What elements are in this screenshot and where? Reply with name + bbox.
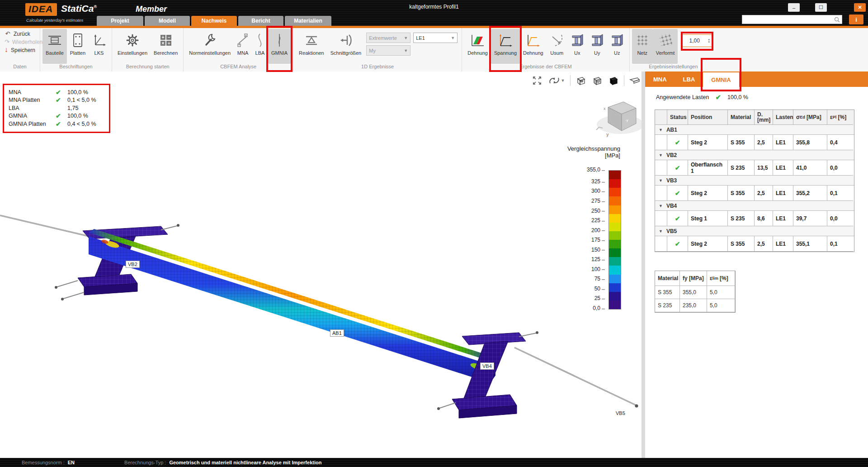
component-dropdown[interactable]: My▼ <box>366 45 410 56</box>
tab-bericht[interactable]: Bericht <box>238 16 283 26</box>
summary-label: LBA <box>9 105 56 111</box>
lba-button[interactable]: LBA <box>252 29 268 64</box>
applied-loads-value: 100,0 % <box>727 94 748 100</box>
summary-label: GMNIA <box>9 113 56 119</box>
statusbar: Bemessungsnorm : EN Berechnungs-Typ : Ge… <box>0 458 868 467</box>
cell-lasten: LE1 <box>773 211 793 226</box>
wrench-icon <box>202 31 217 49</box>
uz-button[interactable]: Uz <box>607 29 627 64</box>
group-expander-icon[interactable]: ▼ <box>659 229 663 234</box>
internal-forces-icon <box>338 31 354 49</box>
deform-scale-spinner[interactable]: 1,00 ▲▼ <box>682 34 712 47</box>
spannung-button[interactable]: Spannung <box>491 29 520 64</box>
cell-position: Oberflansch 1 <box>688 160 728 176</box>
uy-button[interactable]: Uy <box>587 29 607 64</box>
member-label-ab1: AB1 <box>330 329 344 337</box>
bauteile-button[interactable]: Bauteile <box>42 29 67 64</box>
cell-lasten: LE1 <box>773 186 793 201</box>
schnittgroessen-button[interactable]: Schnittgrößen <box>327 29 364 64</box>
info-button[interactable]: i <box>849 14 863 24</box>
minimize-button[interactable]: – <box>788 3 800 12</box>
netz-button[interactable]: Netz <box>632 29 653 64</box>
chevron-down-icon: ▼ <box>451 36 455 40</box>
component-value: My <box>369 48 376 53</box>
cell-thickness: 13,5 <box>755 160 773 176</box>
summary-row: MNA✔100,0 % <box>9 88 104 96</box>
tab-projekt[interactable]: Projekt <box>97 16 143 26</box>
verformt-button[interactable]: Verformt <box>653 29 678 64</box>
extremwerte-dropdown[interactable]: Extremwerte▼ <box>366 33 410 43</box>
svg-text:+: + <box>161 35 164 40</box>
status-check-icon: ✔ <box>667 186 688 201</box>
legend-colorbar <box>609 170 621 310</box>
table-row[interactable]: ✔ Steg 2 S 355 2,5 LE1 355,8 0,4 <box>655 135 854 150</box>
panel-tab-lba[interactable]: LBA <box>675 71 703 87</box>
close-button[interactable]: ✕ <box>854 3 866 12</box>
search-box[interactable] <box>742 15 842 24</box>
group-expander-icon[interactable]: ▼ <box>659 153 663 157</box>
group-name: AB1 <box>666 127 677 133</box>
table-row[interactable]: ✔ Steg 1 S 235 8,6 LE1 39,7 0,0 <box>655 211 854 226</box>
cell-material: S 235 <box>728 211 755 226</box>
gmnia-label: GMNIA <box>271 50 288 56</box>
cell-sigma: 355,1 <box>793 236 827 252</box>
header-status: Status <box>667 110 688 125</box>
dehnung-button[interactable]: Dehnung <box>520 29 547 64</box>
legend-title-line1: Vergleichsspannung <box>533 145 620 152</box>
check-icon: ✔ <box>56 112 67 119</box>
group-label-cbfem-results: Ergebnisse der CBFEM <box>462 64 629 71</box>
normeinstellungen-button[interactable]: Normeinstellungen <box>186 29 234 64</box>
platten-button[interactable]: Platten <box>67 29 89 64</box>
spinner-arrows-icon[interactable]: ▲▼ <box>706 38 712 43</box>
table-row[interactable]: ✔ Steg 2 S 355 2,5 LE1 355,2 0,1 <box>655 186 854 201</box>
group-expander-icon[interactable]: ▼ <box>659 204 663 208</box>
loadcase-dropdown[interactable]: LE1▼ <box>413 33 458 43</box>
maximize-button[interactable]: ☐ <box>815 3 827 12</box>
undo-button[interactable]: ↶ Zurück <box>5 30 35 37</box>
dehnung-plastisch-button[interactable]: Dehnung <box>464 29 491 64</box>
tab-nachweis[interactable]: Nachweis <box>191 16 237 26</box>
tab-materialien[interactable]: Materialien <box>285 16 331 26</box>
save-button[interactable]: ⭣ Speichern <box>5 47 35 54</box>
schnittgroessen-label: Schnittgrößen <box>330 50 361 56</box>
lks-button[interactable]: LKS <box>89 29 109 64</box>
tab-modell[interactable]: Modell <box>145 16 190 26</box>
eps-lim-unit: [%] <box>720 275 728 281</box>
einstellungen-button[interactable]: Einstellungen <box>114 29 151 64</box>
panel-divider[interactable] <box>642 71 645 458</box>
usum-button[interactable]: Usum <box>547 29 567 64</box>
3d-viewport[interactable]: ▼ <box>0 71 642 458</box>
lba-label: LBA <box>255 50 265 56</box>
table-row[interactable]: ✔ Oberflansch 1 S 235 13,5 LE1 41,0 0,0 <box>655 160 854 176</box>
panel-tab-gmnia-label: GMNIA <box>711 76 731 83</box>
table-group-row: ▼AB1 <box>655 125 854 135</box>
check-icon: ✔ <box>56 120 67 128</box>
redo-button[interactable]: ↷ Wiederholen <box>5 38 35 45</box>
material-row: S 355 355,0 5,0 <box>655 286 735 299</box>
cell-material: S 355 <box>728 236 755 252</box>
group-name: VB3 <box>666 177 677 184</box>
cell-position: Steg 2 <box>688 236 728 252</box>
bauteile-label: Bauteile <box>46 50 64 56</box>
analysis-type-value: Geometrisch und materiell nichtlineare A… <box>169 460 321 465</box>
group-expander-icon[interactable]: ▼ <box>659 128 663 132</box>
search-input[interactable] <box>742 16 832 23</box>
mna-button[interactable]: MNA <box>234 29 252 64</box>
panel-tab-gmnia[interactable]: GMNIA <box>703 72 739 87</box>
gmnia-button[interactable]: GMNIA <box>268 29 291 64</box>
table-row[interactable]: ✔ Steg 2 S 355 2,5 LE1 355,1 0,1 <box>655 236 854 252</box>
ux-label: Ux <box>574 50 580 56</box>
reaktionen-button[interactable]: Reaktionen <box>296 29 327 64</box>
cell-fy: 235,0 <box>680 299 707 312</box>
berechnen-button[interactable]: +−×÷ Berechnen <box>151 29 181 64</box>
ux-button[interactable]: Ux <box>567 29 587 64</box>
group-expander-icon[interactable]: ▼ <box>659 178 663 183</box>
svg-text:÷: ÷ <box>168 41 170 46</box>
normeinstellungen-label: Normeinstellungen <box>189 50 231 56</box>
ribbon-group-beschriftungen: Bauteile Platten LKS Beschriftungen <box>40 28 112 71</box>
cell-material: S 235 <box>655 299 680 312</box>
svg-text:−: − <box>168 35 170 40</box>
panel-tab-mna[interactable]: MNA <box>645 71 675 87</box>
dehnung-plastisch-label: Dehnung <box>467 50 488 56</box>
summary-row: GMNIA✔100,0 % <box>9 112 104 120</box>
